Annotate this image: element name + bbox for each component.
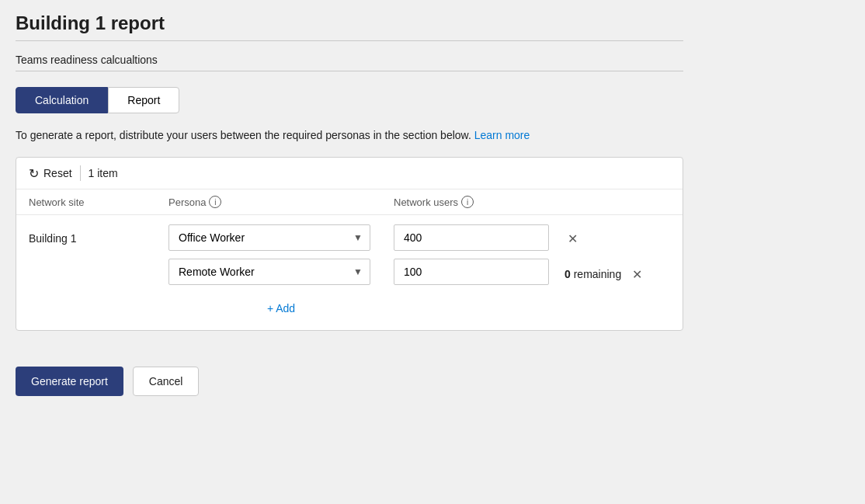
title-divider xyxy=(16,40,683,41)
persona-select-1[interactable]: Office Worker Remote Worker Mobile Worke… xyxy=(168,224,370,251)
reset-button[interactable]: ↻ Reset xyxy=(29,166,72,181)
page-subtitle: Teams readiness calcualtions xyxy=(16,54,683,66)
persona-select-wrapper-2: Office Worker Remote Worker Mobile Worke… xyxy=(168,259,370,285)
remove-row-2-button[interactable]: ✕ xyxy=(629,264,645,285)
tabs-container: Calculation Report xyxy=(16,87,683,113)
col-persona: Persona i xyxy=(168,196,394,208)
page-title: Building 1 report xyxy=(16,12,683,34)
learn-more-link[interactable]: Learn more xyxy=(474,129,530,141)
table-header: Network site Persona i Network users i xyxy=(16,189,683,215)
persona-cells: Office Worker Remote Worker Mobile Worke… xyxy=(168,224,394,321)
persona-info-icon[interactable]: i xyxy=(209,196,221,208)
remove-row-1-button[interactable]: ✕ xyxy=(565,228,581,249)
persona-select-wrapper-1: Office Worker Remote Worker Mobile Worke… xyxy=(168,224,370,251)
network-users-info-icon[interactable]: i xyxy=(461,196,474,208)
network-users-cells xyxy=(394,224,565,285)
remaining-text: 0 remaining xyxy=(565,268,621,280)
generate-report-button[interactable]: Generate report xyxy=(16,367,123,396)
table-container: ↻ Reset 1 item Network site Persona i Ne… xyxy=(16,157,683,331)
col-network-users: Network users i xyxy=(394,196,565,208)
actions-cells: ✕ 0 remaining ✕ xyxy=(565,224,670,288)
subtitle-divider xyxy=(16,71,683,71)
action-row-1: ✕ xyxy=(565,224,670,252)
add-persona-button[interactable]: + Add xyxy=(168,296,394,321)
tab-report[interactable]: Report xyxy=(108,87,179,113)
reset-icon: ↻ xyxy=(29,166,39,181)
tab-calculation[interactable]: Calculation xyxy=(16,87,108,113)
item-count: 1 item xyxy=(89,167,118,179)
col-network-site: Network site xyxy=(29,196,168,208)
users-input-2[interactable] xyxy=(394,259,549,285)
persona-select-2[interactable]: Office Worker Remote Worker Mobile Worke… xyxy=(168,259,370,285)
table-toolbar: ↻ Reset 1 item xyxy=(16,158,683,189)
cancel-button[interactable]: Cancel xyxy=(133,367,200,396)
users-input-1[interactable] xyxy=(394,224,549,251)
table-row: Building 1 Office Worker Remote Worker M… xyxy=(16,215,683,330)
network-site-cell: Building 1 xyxy=(29,224,168,245)
footer-actions: Generate report Cancel xyxy=(16,354,683,408)
toolbar-divider xyxy=(80,165,81,181)
action-row-2: 0 remaining ✕ xyxy=(565,260,670,288)
description-text: To generate a report, distribute your us… xyxy=(16,129,683,141)
